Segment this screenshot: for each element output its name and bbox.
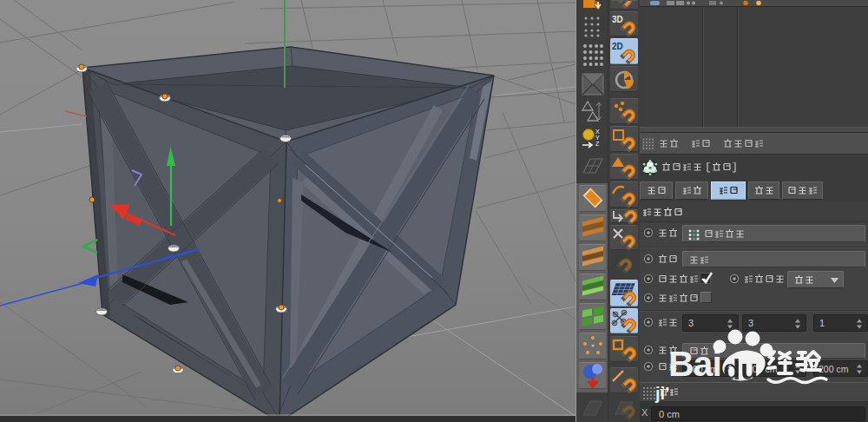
svg-text:Bai: Bai (668, 344, 721, 384)
svg-text:ji’: ji’ (654, 384, 670, 403)
